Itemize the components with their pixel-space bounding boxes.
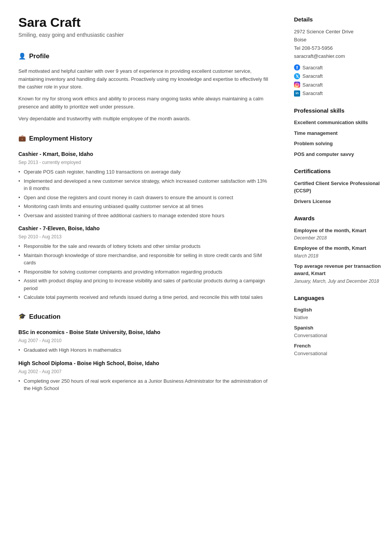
header-section: Sara Craft Smiling, easy going and enthu… — [18, 15, 271, 39]
job-1-title: Cashier - Kmart, Boise, Idaho — [18, 150, 271, 158]
award-2-title: Employee of the month, Kmart — [294, 244, 381, 252]
details-section: Details 2972 Science Center Drive Boise … — [294, 15, 381, 97]
lang-1-name: English — [294, 306, 381, 314]
edu-2: High School Diploma - Boise High School,… — [18, 359, 271, 392]
job-2-bullets: Responsible for the sale and rewards of … — [18, 243, 271, 301]
facebook-label: Saracraft — [302, 64, 323, 72]
employment-title: 💼 Employment History — [18, 134, 271, 145]
linkedin-label: Saracraft — [302, 90, 323, 97]
job-1-bullet-5: Oversaw and assisted training of three a… — [18, 212, 271, 220]
job-1-bullet-4: Monitoring cash limits and ensuring unbi… — [18, 203, 271, 210]
candidate-name: Sara Craft — [18, 15, 271, 30]
lang-1-level: Native — [294, 314, 381, 321]
cert-2: Drivers License — [294, 198, 381, 205]
facebook-icon: f — [294, 64, 300, 70]
details-title: Details — [294, 15, 381, 24]
education-icon: 🎓 — [18, 312, 26, 321]
lang-2: Spanish Conversational — [294, 324, 381, 339]
job-2: Cashier - 7-Eleven, Boise, Idaho Sep 201… — [18, 225, 271, 301]
certifications-title: Certifications — [294, 167, 381, 176]
awards-title: Awards — [294, 214, 381, 223]
social-twitter: 𝕏 Saracraft — [294, 72, 381, 80]
education-title: 🎓 Education — [18, 312, 271, 323]
edu-1-dates: Aug 2007 - Aug 2010 — [18, 337, 271, 344]
job-1: Cashier - Kmart, Boise, Idaho Sep 2013 -… — [18, 150, 271, 219]
linkedin-icon: in — [294, 90, 300, 97]
profile-para-2: Known for my for strong work ethics and … — [18, 95, 271, 111]
edu-1: BSc in economics - Boise State Universit… — [18, 328, 271, 354]
job-2-title: Cashier - 7-Eleven, Boise, Idaho — [18, 225, 271, 233]
education-section: 🎓 Education BSc in economics - Boise Sta… — [18, 312, 271, 392]
languages-title: Languages — [294, 294, 381, 303]
award-2-date: March 2018 — [294, 252, 381, 259]
instagram-icon: ⊙ — [294, 82, 300, 88]
award-1-date: December 2018 — [294, 234, 381, 241]
employment-section: 💼 Employment History Cashier - Kmart, Bo… — [18, 134, 271, 301]
twitter-icon: 𝕏 — [294, 73, 300, 79]
details-address1: 2972 Science Center Drive — [294, 28, 381, 36]
job-2-bullet-4: Assist with product display and pricing … — [18, 277, 271, 292]
profile-para-1: Self motivated and helpful cashier with … — [18, 67, 271, 91]
lang-3-name: French — [294, 342, 381, 350]
edu-2-bullet-1: Completing over 250 hours of real work e… — [18, 377, 271, 392]
skills-title: Professional skills — [294, 107, 381, 115]
skill-1: Excellent communication skills — [294, 119, 381, 126]
candidate-tagline: Smiling, easy going and enthusiastic cas… — [18, 31, 271, 39]
edu-1-bullet-1: Graduated with High Honors in mathematic… — [18, 346, 271, 354]
award-3-title: Top average revenue per transaction awar… — [294, 262, 381, 277]
twitter-label: Saracraft — [302, 72, 323, 80]
details-email: saracraft@cashier.com — [294, 52, 381, 60]
profile-section: 👤 Profile Self motivated and helpful cas… — [18, 51, 271, 123]
job-1-bullet-1: Operate POS cash register, handling 110 … — [18, 168, 271, 176]
skill-4: POS and computer savvy — [294, 151, 381, 158]
social-linkedin: in Saracraft — [294, 90, 381, 97]
job-2-dates: Sep 2010 - Aug 2013 — [18, 233, 271, 240]
award-1: Employee of the month, Kmart December 20… — [294, 227, 381, 242]
edu-2-bullets: Completing over 250 hours of real work e… — [18, 377, 271, 392]
edu-2-title: High School Diploma - Boise High School,… — [18, 359, 271, 367]
social-facebook: f Saracraft — [294, 64, 381, 72]
job-2-bullet-3: Responsible for solving customer complai… — [18, 268, 271, 276]
lang-3: French Conversational — [294, 342, 381, 357]
award-1-title: Employee of the month, Kmart — [294, 227, 381, 234]
skill-3: Problem solving — [294, 140, 381, 148]
award-3: Top average revenue per transaction awar… — [294, 262, 381, 285]
lang-1: English Native — [294, 306, 381, 321]
details-phone: Tel 208-573-5956 — [294, 44, 381, 52]
profile-para-3: Very dependable and trustworthy with mul… — [18, 115, 271, 123]
lang-2-name: Spanish — [294, 324, 381, 332]
right-column: Details 2972 Science Center Drive Boise … — [285, 0, 392, 554]
profile-title: 👤 Profile — [18, 51, 271, 63]
socials-list: f Saracraft 𝕏 Saracraft ⊙ Saracraft in S… — [294, 64, 381, 97]
job-1-bullet-3: Open and close the registers and count m… — [18, 194, 271, 202]
employment-icon: 💼 — [18, 134, 26, 143]
profile-icon: 👤 — [18, 52, 26, 61]
awards-section: Awards Employee of the month, Kmart Dece… — [294, 214, 381, 285]
edu-1-bullets: Graduated with High Honors in mathematic… — [18, 346, 271, 354]
details-address2: Boise — [294, 36, 381, 44]
skill-2: Time management — [294, 129, 381, 137]
job-1-dates: Sep 2013 - currently employed — [18, 159, 271, 166]
instagram-label: Saracraft — [302, 81, 323, 89]
edu-2-dates: Aug 2002 - Aug 2007 — [18, 368, 271, 375]
job-2-bullet-1: Responsible for the sale and rewards of … — [18, 243, 271, 250]
job-2-bullet-2: Maintain thorough knowledge of store mer… — [18, 252, 271, 267]
skills-section: Professional skills Excellent communicat… — [294, 107, 381, 158]
job-2-bullet-5: Calculate total payments received and re… — [18, 293, 271, 301]
lang-3-level: Conversational — [294, 350, 381, 357]
award-2: Employee of the month, Kmart March 2018 — [294, 244, 381, 259]
lang-2-level: Conversational — [294, 332, 381, 339]
languages-section: Languages English Native Spanish Convers… — [294, 294, 381, 357]
certifications-section: Certifications Certified Client Service … — [294, 167, 381, 205]
job-1-bullet-2: Implemented and developed a new customer… — [18, 177, 271, 192]
edu-1-title: BSc in economics - Boise State Universit… — [18, 328, 271, 336]
award-3-date: January, March, July and December 2018 — [294, 278, 381, 285]
left-column: Sara Craft Smiling, easy going and enthu… — [0, 0, 285, 554]
cert-1: Certified Client Service Professional (C… — [294, 180, 381, 195]
social-instagram: ⊙ Saracraft — [294, 81, 381, 89]
job-1-bullets: Operate POS cash register, handling 110 … — [18, 168, 271, 219]
resume-page: Sara Craft Smiling, easy going and enthu… — [0, 0, 392, 554]
